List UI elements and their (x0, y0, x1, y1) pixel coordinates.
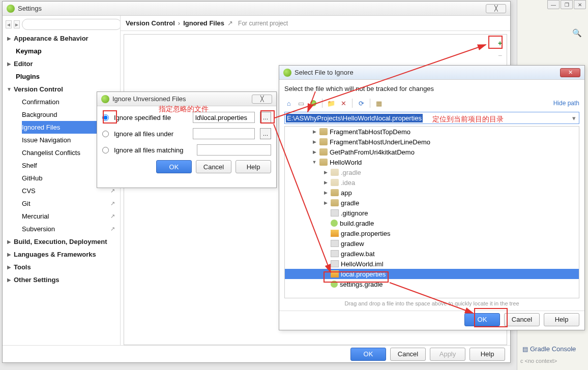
file-icon (331, 250, 339, 257)
tree-item[interactable]: GetPathFromUri4kitkatDemo (330, 148, 415, 156)
tree-item[interactable]: .gitignore (341, 209, 368, 217)
matching-input[interactable] (197, 144, 271, 156)
tree-item[interactable]: gradlew.bat (341, 250, 375, 258)
folder-icon (319, 148, 328, 156)
refresh-icon[interactable]: ⟳ (357, 99, 366, 108)
ok-button[interactable]: OK (464, 313, 500, 326)
sidebar-plugins[interactable]: Plugins (16, 70, 120, 83)
remove-icon[interactable]: − (495, 51, 505, 60)
sidebar-other[interactable]: ▶Other Settings (3, 273, 120, 286)
radio-specified-label: Ignore specified file (114, 114, 171, 121)
tree-item[interactable]: build.gradle (340, 220, 374, 227)
sidebar-appearance[interactable]: ▶Appearance & Behavior (3, 32, 120, 45)
popout-icon: ↗ (110, 188, 115, 194)
ok-button[interactable]: OK (350, 348, 386, 361)
back-icon[interactable]: ◄ (6, 20, 12, 28)
tree-item[interactable]: app (341, 189, 352, 197)
help-button[interactable]: Help (544, 313, 579, 326)
help-button[interactable]: Help (469, 348, 505, 361)
hide-path-link[interactable]: Hide path (553, 100, 579, 107)
file-icon (331, 240, 339, 247)
sidebar-languages[interactable]: ▶Languages & Frameworks↗ (3, 248, 120, 261)
tree-item-local-properties[interactable]: local.properties (341, 270, 386, 278)
desktop-icon[interactable]: ▭ (297, 99, 306, 108)
folder-icon (331, 189, 339, 196)
drop-hint: Drag and drop a file into the space abov… (284, 298, 579, 309)
under-input[interactable] (193, 128, 255, 139)
delete-icon[interactable]: ✕ (339, 99, 348, 108)
folder-icon (319, 138, 328, 145)
popout-icon: ↗ (227, 19, 233, 27)
chevron-right-icon: › (178, 19, 180, 27)
properties-icon (331, 230, 339, 237)
tree-item[interactable]: gradle (341, 199, 359, 207)
history-icon[interactable]: ▾ (570, 114, 578, 122)
chooser-label: Select the file which will not be tracke… (284, 83, 579, 97)
settings-search-input[interactable] (22, 19, 121, 30)
restore-icon[interactable]: ❐ (561, 0, 573, 9)
cancel-button[interactable]: Cancel (504, 313, 540, 326)
settings-title: Settings (18, 5, 483, 12)
tree-item[interactable]: .idea (341, 179, 355, 187)
popout-icon: ↗ (110, 226, 115, 232)
radio-under[interactable] (102, 131, 109, 137)
sidebar-tools[interactable]: ▶Tools (3, 261, 120, 273)
crumb-b: Ignored Files (183, 19, 224, 27)
minimize-icon[interactable]: — (547, 0, 560, 9)
sidebar-keymap[interactable]: Keymap (16, 45, 120, 57)
close-icon[interactable]: ╳ (252, 95, 272, 104)
cancel-button[interactable]: Cancel (390, 348, 426, 361)
radio-specified-file[interactable] (102, 114, 109, 121)
sidebar-mercurial[interactable]: Mercurial↗ (22, 210, 120, 223)
sidebar-subversion[interactable]: Subversion↗ (22, 223, 120, 235)
sidebar-build[interactable]: ▶Build, Execution, Deployment (3, 235, 120, 248)
cancel-button[interactable]: Cancel (196, 160, 231, 173)
browse-button[interactable]: … (260, 128, 271, 139)
radio-under-label: Ignore all files under (114, 130, 173, 138)
gradle-icon (331, 220, 338, 227)
new-folder-icon[interactable]: 📁 (327, 99, 336, 108)
ok-button[interactable]: OK (156, 160, 192, 173)
help-button[interactable]: Help (236, 160, 271, 173)
app-icon (101, 95, 109, 103)
breadcrumb: Version Control › Ignored Files ↗ For cu… (121, 16, 510, 31)
tree-item[interactable]: settings.gradle (340, 281, 383, 288)
chooser-toolbar: ⌂ ▭ 📁 ✕ ⟳ ▦ Hide path (284, 97, 579, 110)
browse-button[interactable]: … (260, 112, 271, 123)
app-icon (283, 69, 291, 77)
gradle-icon (331, 281, 338, 288)
tree-item[interactable]: FragmentTabHostTopDemo (330, 128, 410, 136)
ignore-titlebar: Ignore Unversioned Files ╳ (97, 92, 276, 106)
sidebar-git[interactable]: Git↗ (22, 197, 120, 210)
ignore-dialog: Ignore Unversioned Files ╳ Ignore specif… (97, 91, 277, 188)
tree-item-helloworld[interactable]: HelloWorld (330, 159, 362, 166)
project-icon[interactable] (309, 99, 318, 108)
ide-window-buttons: — ❐ ✕ (547, 0, 586, 9)
close-icon[interactable]: ╳ (486, 4, 506, 13)
tree-item[interactable]: .gradle (341, 169, 361, 176)
path-input[interactable]: E:\ASWhyProjects\HelloWorld\local.proper… (284, 112, 579, 124)
close-icon[interactable]: ✕ (560, 68, 580, 77)
forward-icon[interactable]: ► (14, 20, 20, 28)
path-value: E:\ASWhyProjects\HelloWorld\local.proper… (286, 114, 423, 122)
context-label: c <no context> (520, 358, 557, 364)
sidebar-editor[interactable]: ▶Editor (3, 57, 120, 70)
tree-item[interactable]: gradle.properties (341, 230, 391, 237)
crumb-note: For current project (238, 20, 288, 27)
search-icon[interactable]: 🔍 (572, 28, 582, 38)
folder-icon (331, 169, 339, 176)
show-hidden-icon[interactable]: ▦ (374, 99, 384, 108)
specified-file-input[interactable] (193, 112, 255, 123)
ignore-title: Ignore Unversioned Files (112, 95, 249, 103)
gradle-console-tab[interactable]: ▤ Gradle Console (522, 345, 576, 353)
file-tree[interactable]: ▶FragmentTabHostTopDemo ▶FragmentTabHost… (284, 126, 579, 298)
close-icon[interactable]: ✕ (574, 0, 586, 9)
add-icon[interactable]: + (495, 39, 505, 48)
tree-item[interactable]: HelloWorld.iml (341, 260, 384, 268)
chooser-title: Select File to Ignore (295, 69, 557, 76)
home-icon[interactable]: ⌂ (284, 99, 293, 108)
tree-item[interactable]: gradlew (341, 240, 364, 248)
crumb-a[interactable]: Version Control (126, 19, 175, 27)
tree-item[interactable]: FragmentTabHostUnderLineDemo (330, 138, 430, 146)
radio-matching[interactable] (102, 147, 109, 153)
